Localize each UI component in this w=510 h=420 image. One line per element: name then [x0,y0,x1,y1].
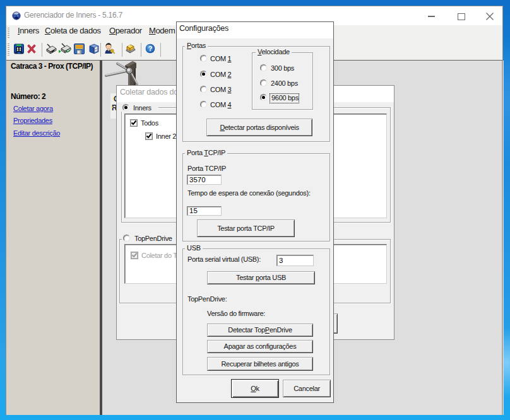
svg-text:?: ? [148,45,153,52]
